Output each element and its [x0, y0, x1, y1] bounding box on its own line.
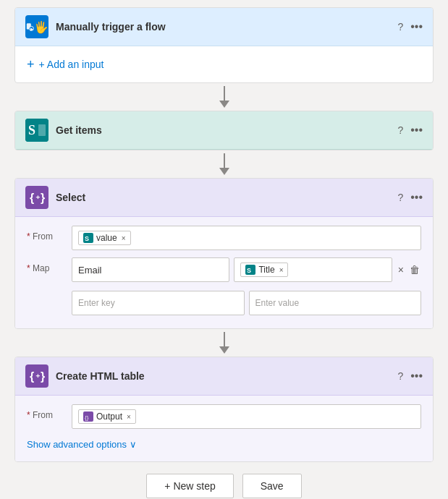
select-from-field[interactable]: S value ×: [72, 226, 421, 250]
svg-text:{}: {}: [85, 414, 89, 421]
select-body: From S value × Map Email: [15, 217, 433, 328]
connector-3: [219, 329, 229, 357]
select-map-key-1-label: Email: [78, 265, 102, 276]
save-button[interactable]: Save: [242, 474, 302, 498]
add-input-plus-icon: +: [27, 58, 35, 71]
htmltable-from-row: From {} Output ×: [27, 404, 421, 429]
connector-arrow-3: [219, 346, 229, 354]
getitems-icon: S: [25, 119, 48, 142]
select-from-token: S value ×: [78, 231, 131, 245]
connector-line-2: [224, 153, 225, 168]
select-actions: ? •••: [397, 191, 423, 204]
select-from-token-icon: S: [83, 233, 93, 243]
select-map-entry-2: Enter key Enter value: [72, 291, 421, 315]
trigger-more-icon[interactable]: •••: [410, 20, 423, 33]
show-advanced-label: Show advanced options: [27, 439, 127, 450]
getitems-more-icon[interactable]: •••: [410, 124, 423, 137]
svg-text:{: {: [30, 192, 34, 204]
htmltable-from-field[interactable]: {} Output ×: [72, 404, 421, 429]
connector-arrow-1: [219, 101, 229, 108]
select-map-key-1[interactable]: Email: [72, 257, 229, 282]
select-map-value-1[interactable]: S Title ×: [234, 257, 392, 282]
select-from-token-label: value: [96, 233, 117, 243]
trigger-actions: ? •••: [397, 20, 423, 33]
select-map-value-2-placeholder: Enter value: [255, 298, 300, 308]
htmltable-from-token-label: Output: [96, 411, 122, 422]
connector-1: [219, 83, 229, 111]
select-map-label: Map: [27, 257, 63, 273]
trigger-help-icon[interactable]: ?: [397, 21, 403, 33]
getitems-title: Get items: [56, 124, 390, 136]
connector-line-3: [224, 332, 225, 346]
show-advanced-button[interactable]: Show advanced options ∨: [27, 436, 137, 453]
getitems-actions: ? •••: [397, 124, 423, 137]
trigger-body: + + Add an input: [15, 46, 433, 82]
select-map-value-token-label: Title: [258, 265, 274, 275]
new-step-button[interactable]: + New step: [146, 474, 233, 498]
htmltable-actions: ? •••: [397, 370, 423, 383]
select-more-icon[interactable]: •••: [410, 191, 423, 204]
connector-2: [219, 150, 229, 178]
svg-text:⁺: ⁺: [35, 372, 41, 383]
connector-line-1: [224, 86, 225, 101]
svg-text:S: S: [85, 235, 89, 242]
show-advanced-chevron-icon: ∨: [130, 439, 137, 450]
htmltable-from-token-icon: {}: [83, 411, 93, 422]
select-title: Select: [56, 192, 390, 203]
svg-text:⁺: ⁺: [35, 194, 41, 204]
getitems-card: S Get items ? •••: [14, 111, 434, 150]
htmltable-help-icon[interactable]: ?: [397, 370, 403, 382]
svg-text:S: S: [28, 123, 35, 137]
trigger-card: ▶ 🖐 Manually trigger a flow ? ••• + + Ad…: [14, 7, 434, 83]
select-icon: { ⁺ }: [25, 186, 48, 209]
svg-text:{: {: [30, 370, 34, 383]
select-from-label: From: [27, 226, 63, 242]
connector-arrow-2: [219, 168, 229, 175]
svg-rect-5: [38, 124, 46, 136]
getitems-header: S Get items ? •••: [15, 111, 433, 150]
select-map-value-token-icon: S: [245, 265, 255, 275]
htmltable-from-token-close[interactable]: ×: [127, 413, 131, 421]
select-help-icon[interactable]: ?: [397, 192, 403, 203]
htmltable-from-label: From: [27, 404, 63, 420]
select-map-entry-1-actions: × 🗑: [397, 263, 421, 277]
svg-text:S: S: [247, 267, 251, 274]
add-input-label: + Add an input: [39, 59, 104, 70]
htmltable-icon: { ⁺ }: [25, 364, 48, 388]
select-map-entry-1-delete-btn[interactable]: ×: [397, 263, 405, 277]
svg-text:}: }: [41, 192, 45, 204]
select-map-value-token-close[interactable]: ×: [279, 266, 284, 274]
htmltable-title: Create HTML table: [56, 370, 390, 382]
htmltable-more-icon[interactable]: •••: [410, 370, 423, 383]
select-from-token-close[interactable]: ×: [122, 234, 126, 242]
add-input-button[interactable]: + + Add an input: [27, 55, 103, 74]
trigger-header: ▶ 🖐 Manually trigger a flow ? •••: [15, 8, 433, 46]
select-map-key-2[interactable]: Enter key: [72, 291, 245, 315]
select-map-entry-1: Email S Title × × 🗑: [72, 257, 421, 282]
htmltable-header: { ⁺ } Create HTML table ? •••: [15, 357, 433, 396]
svg-text:}: }: [41, 370, 45, 383]
select-map-key-2-placeholder: Enter key: [78, 298, 115, 308]
trigger-title: Manually trigger a flow: [56, 21, 390, 33]
select-card: { ⁺ } Select ? ••• From S value ×: [14, 178, 434, 329]
getitems-help-icon[interactable]: ?: [397, 124, 403, 136]
select-map-entry-1-trash-btn[interactable]: 🗑: [408, 263, 421, 277]
select-map-value-token: S Title ×: [240, 263, 288, 277]
htmltable-from-token: {} Output ×: [78, 409, 136, 424]
bottom-bar: + New step Save: [14, 474, 434, 498]
htmltable-body: From {} Output × Show advanced options ∨: [15, 396, 433, 461]
select-map-row: Map Email S Title ×: [27, 257, 421, 320]
select-map-value-2[interactable]: Enter value: [249, 291, 422, 315]
htmltable-card: { ⁺ } Create HTML table ? ••• From {}: [14, 357, 434, 462]
select-header: { ⁺ } Select ? •••: [15, 179, 433, 217]
trigger-icon: ▶ 🖐: [25, 15, 48, 38]
select-from-row: From S value ×: [27, 226, 421, 250]
